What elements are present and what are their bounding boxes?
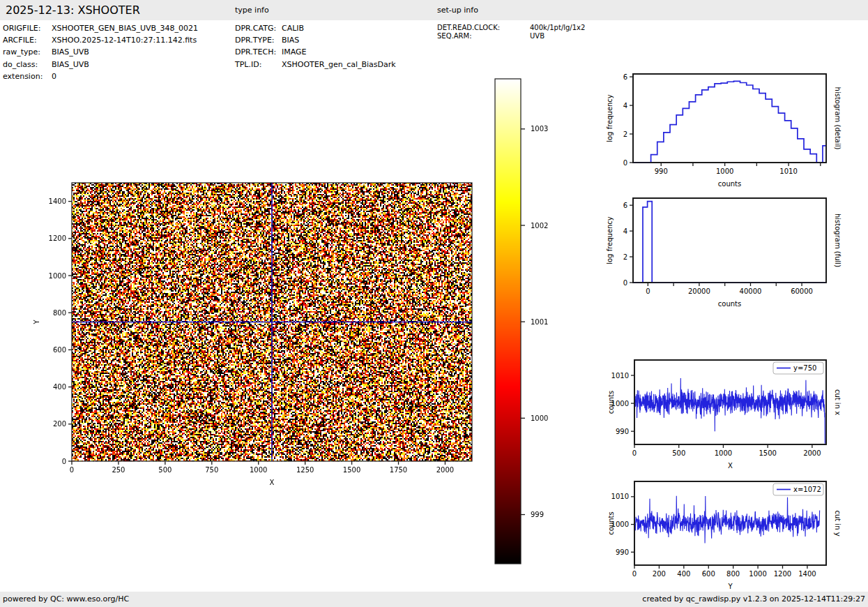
svg-text:600: 600 — [53, 346, 66, 354]
arcfile-value: XSHOO.2025-12-14T10:27:11.142.fits — [52, 34, 197, 46]
svg-text:1000: 1000 — [715, 449, 732, 457]
file-info-block: ORIGFILE:XSHOOTER_GEN_BIAS_UVB_348_0021 … — [3, 22, 198, 82]
svg-text:1000: 1000 — [716, 167, 733, 175]
header-band: 2025-12-13: XSHOOTER type info set-up in… — [0, 0, 868, 20]
svg-text:1000: 1000 — [49, 272, 66, 280]
read-clock-value: 400k/1pt/lg/1x2 — [530, 24, 585, 32]
svg-text:6: 6 — [623, 73, 627, 81]
tpl-id-row: TPL.ID:XSHOOTER_gen_cal_BiasDark — [235, 59, 396, 70]
arcfile-row: ARCFILE:XSHOO.2025-12-14T10:27:11.142.fi… — [3, 34, 198, 46]
origfile-row: ORIGFILE:XSHOOTER_GEN_BIAS_UVB_348_0021 — [3, 22, 198, 34]
seq-arm-row: SEQ.ARM:UVB — [437, 32, 585, 40]
dpr-type-value: BIAS — [282, 34, 299, 46]
svg-text:40000: 40000 — [740, 287, 762, 295]
dpr-catg-row: DPR.CATG:CALIB — [235, 22, 396, 34]
svg-text:4: 4 — [623, 102, 627, 110]
svg-text:1001: 1001 — [531, 318, 548, 326]
svg-text:log frequency: log frequency — [606, 94, 614, 142]
footer-left-text: powered by QC: www.eso.org/HC — [3, 592, 129, 607]
colorbar-axes: 9991000100110021003 — [488, 73, 572, 572]
rawtype-row: raw_type:BIAS_UVB — [3, 46, 198, 58]
setup-info-section-title: set-up info — [437, 0, 478, 20]
svg-text:2: 2 — [623, 130, 627, 138]
read-clock-row: DET.READ.CLOCK:400k/1pt/lg/1x2 — [437, 24, 585, 32]
extension-value: 0 — [52, 70, 56, 82]
svg-text:X: X — [728, 462, 733, 470]
svg-text:histogram (full): histogram (full) — [834, 213, 842, 267]
svg-text:500: 500 — [672, 449, 685, 457]
dpr-catg-label: DPR.CATG: — [235, 22, 282, 34]
svg-text:1010: 1010 — [779, 167, 797, 175]
svg-text:20000: 20000 — [688, 287, 710, 295]
svg-text:counts: counts — [718, 300, 741, 308]
histogram-detail-svg: 990100010100246countslog frequencyhistog… — [600, 63, 868, 195]
svg-text:histogram (detail): histogram (detail) — [834, 87, 842, 150]
histogram-full-svg: 02000040000600000246countslog frequencyh… — [600, 187, 868, 320]
origfile-label: ORIGFILE: — [3, 22, 52, 34]
svg-text:200: 200 — [53, 420, 66, 428]
dpr-catg-value: CALIB — [282, 22, 304, 34]
cut-in-y-svg: 020040060080010001200140099010001010Ycou… — [600, 470, 868, 607]
tpl-id-label: TPL.ID: — [235, 59, 282, 70]
svg-text:1500: 1500 — [343, 466, 360, 474]
svg-text:1250: 1250 — [296, 466, 314, 474]
svg-text:250: 250 — [112, 466, 125, 474]
svg-text:counts: counts — [607, 391, 615, 414]
type-info-block: DPR.CATG:CALIB DPR.TYPE:BIAS DPR.TECH:IM… — [235, 22, 396, 70]
dpr-type-row: DPR.TYPE:BIAS — [235, 34, 396, 46]
svg-text:1003: 1003 — [531, 125, 548, 133]
doclass-value: BIAS_UVB — [52, 59, 89, 70]
svg-text:1200: 1200 — [49, 234, 66, 242]
colorbar: 9991000100110021003 — [488, 73, 572, 572]
svg-text:1010: 1010 — [611, 493, 629, 500]
svg-text:990: 990 — [655, 167, 668, 175]
svg-text:800: 800 — [726, 570, 740, 578]
svg-text:999: 999 — [531, 511, 544, 518]
svg-text:1750: 1750 — [390, 466, 407, 474]
svg-text:1000: 1000 — [749, 570, 766, 578]
seq-arm-label: SEQ.ARM: — [437, 32, 530, 40]
qc-report-page: { "header": { "title": "2025-12-13: XSHO… — [0, 0, 868, 607]
svg-text:0: 0 — [70, 466, 74, 474]
rawtype-label: raw_type: — [3, 46, 52, 58]
bias-image-axes: 0250500750100012501500175020000200400600… — [28, 174, 488, 502]
doclass-row: do_class:BIAS_UVB — [3, 59, 198, 70]
svg-text:1200: 1200 — [774, 570, 791, 578]
histogram-detail-plot: 990100010100246countslog frequencyhistog… — [600, 63, 868, 195]
origfile-value: XSHOOTER_GEN_BIAS_UVB_348_0021 — [52, 22, 198, 34]
svg-text:60000: 60000 — [791, 287, 813, 295]
extension-label: extension: — [3, 70, 52, 82]
svg-text:counts: counts — [607, 511, 615, 534]
svg-text:1000: 1000 — [250, 466, 267, 474]
svg-text:1400: 1400 — [49, 197, 66, 205]
svg-text:6: 6 — [623, 202, 627, 209]
arcfile-label: ARCFILE: — [3, 34, 52, 46]
setup-info-block: DET.READ.CLOCK:400k/1pt/lg/1x2 SEQ.ARM:U… — [437, 24, 585, 40]
cut-in-x-plot: 050010001500200099010001010Xcountscut in… — [600, 349, 868, 481]
page-title: 2025-12-13: XSHOOTER — [6, 0, 140, 20]
cut-in-x-svg: 050010001500200099010001010Xcountscut in… — [600, 349, 868, 481]
type-info-section-title: type info — [235, 0, 269, 20]
svg-text:0: 0 — [62, 458, 66, 465]
svg-text:1010: 1010 — [611, 372, 629, 380]
svg-text:1500: 1500 — [759, 449, 776, 457]
svg-text:0: 0 — [623, 279, 627, 287]
svg-text:cut in x: cut in x — [834, 389, 842, 415]
svg-text:600: 600 — [702, 570, 715, 578]
svg-text:Y: Y — [727, 583, 733, 590]
histogram-full-plot: 02000040000600000246countslog frequencyh… — [600, 187, 868, 320]
svg-text:0: 0 — [623, 159, 627, 167]
svg-text:990: 990 — [616, 428, 629, 435]
read-clock-label: DET.READ.CLOCK: — [437, 24, 530, 32]
rawtype-value: BIAS_UVB — [52, 46, 89, 58]
dpr-tech-value: IMAGE — [282, 46, 307, 58]
svg-text:y=750: y=750 — [793, 364, 816, 372]
footer-right-text: created by qc_rawdisp.py v1.2.3 on 2025-… — [642, 592, 865, 607]
svg-text:2: 2 — [623, 253, 627, 261]
svg-text:400: 400 — [677, 570, 690, 578]
svg-text:800: 800 — [53, 309, 66, 317]
svg-text:1400: 1400 — [798, 570, 816, 578]
svg-text:400: 400 — [53, 383, 66, 391]
seq-arm-value: UVB — [530, 32, 545, 40]
doclass-label: do_class: — [3, 59, 52, 70]
